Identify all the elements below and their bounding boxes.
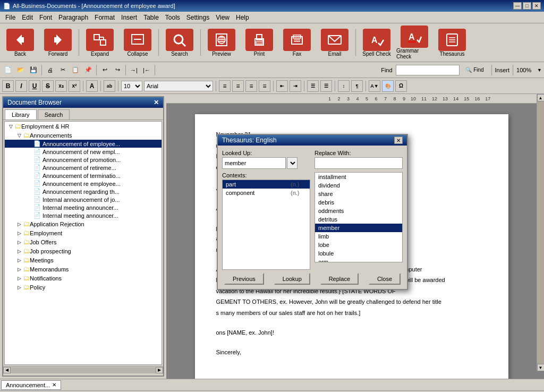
tree-scrollbar-horizontal[interactable]: ◀ ▶: [3, 366, 163, 373]
tree-folder-announcements[interactable]: ▽ 🗂 Announcements: [5, 131, 162, 140]
paste-button[interactable]: 📌: [82, 64, 94, 76]
replacement-member[interactable]: member: [315, 224, 402, 232]
align-right-button[interactable]: ≡: [245, 80, 257, 92]
replacements-listbox[interactable]: installment dividend share debris oddmen…: [314, 172, 403, 262]
find-button[interactable]: 🔍 Find: [462, 64, 488, 76]
save-button[interactable]: 💾: [28, 64, 39, 76]
superscript-button[interactable]: x²: [69, 80, 80, 92]
collapse-button[interactable]: Collapse: [120, 29, 156, 57]
scroll-track-v[interactable]: [537, 101, 545, 364]
menu-tools[interactable]: Tools: [162, 13, 183, 22]
insert-symbol-button[interactable]: Ω: [395, 80, 407, 92]
replace-with-input[interactable]: [314, 157, 403, 169]
new-button[interactable]: 📄: [2, 64, 14, 76]
contexts-listbox[interactable]: part (n.) component (n.): [222, 180, 310, 270]
menu-edit[interactable]: Edit: [19, 13, 36, 22]
maximize-button[interactable]: □: [523, 2, 531, 10]
menu-table[interactable]: Table: [140, 13, 162, 22]
open-button[interactable]: 📂: [15, 64, 27, 76]
outdent-button[interactable]: |←: [141, 64, 152, 76]
preview-button[interactable]: Preview: [203, 29, 240, 57]
bold-button[interactable]: B: [2, 80, 14, 92]
strikethrough-button[interactable]: S: [42, 80, 54, 92]
align-center-button[interactable]: ≡: [232, 80, 244, 92]
tree-toggle-root[interactable]: ▽: [7, 124, 14, 129]
bullet-list-button[interactable]: ☰: [307, 80, 319, 92]
numbered-list-button[interactable]: ☰: [320, 80, 332, 92]
menu-insert[interactable]: Insert: [118, 13, 140, 22]
looked-up-input[interactable]: [222, 157, 286, 169]
doc-browser-close-button[interactable]: ✕: [154, 99, 159, 106]
replacement-arm[interactable]: arm: [315, 258, 402, 262]
replacement-oddments[interactable]: oddments: [315, 207, 402, 215]
print-button[interactable]: Print: [241, 29, 277, 57]
tab-library[interactable]: Library: [5, 109, 37, 120]
tree-folder-notifications[interactable]: ▷ 🗂 Notifications: [5, 274, 162, 283]
context-component[interactable]: component (n.): [223, 189, 310, 197]
replacement-installment[interactable]: installment: [315, 173, 402, 181]
scroll-right-arrow[interactable]: ▶: [156, 367, 163, 373]
tab-close-icon[interactable]: ✕: [52, 382, 56, 388]
replacement-detritus[interactable]: detritus: [315, 215, 402, 224]
tree-doc-meeting-2[interactable]: 📄 Internal meeting announcer...: [5, 211, 162, 219]
zoom-dropdown-icon[interactable]: ▼: [537, 67, 542, 73]
lookup-button[interactable]: Lookup: [274, 273, 310, 285]
tree-doc-regarding[interactable]: 📄 Announcement regarding th...: [5, 188, 162, 195]
indent-button[interactable]: →|: [128, 64, 140, 76]
print-small-button[interactable]: 🖨: [44, 64, 56, 76]
replacement-share[interactable]: share: [315, 190, 402, 198]
line-spacing-button[interactable]: ↕: [338, 80, 350, 92]
font-size-select[interactable]: 101214: [121, 81, 142, 91]
undo-button[interactable]: ↩: [99, 64, 110, 76]
tree-doc-meeting-1[interactable]: 📄 Internal meeting announcer...: [5, 203, 162, 211]
align-justify-button[interactable]: ≡: [259, 80, 270, 92]
underline-button[interactable]: U: [29, 80, 40, 92]
tab-search[interactable]: Search: [38, 109, 70, 120]
scroll-left-arrow[interactable]: ◀: [3, 367, 11, 373]
redo-button[interactable]: ↪: [112, 64, 123, 76]
menu-view[interactable]: View: [212, 13, 233, 22]
replacement-debris[interactable]: debris: [315, 198, 402, 207]
tree-folder-policy[interactable]: ▷ 🗂 Policy: [5, 283, 162, 292]
tree-folder-job-offers[interactable]: ▷ 🗂 Job Offers: [5, 237, 162, 246]
italic-button[interactable]: I: [15, 80, 27, 92]
tree-doc-retirement[interactable]: 📄 Announcement of retireme...: [5, 164, 162, 172]
paragraph-button[interactable]: ¶: [351, 80, 363, 92]
tree-folder-memorandums[interactable]: ▷ 🗂 Memorandums: [5, 265, 162, 274]
search-button[interactable]: Search: [162, 29, 198, 57]
expand-button[interactable]: Expand: [82, 29, 118, 57]
minimize-button[interactable]: —: [513, 2, 522, 10]
back-button[interactable]: Back: [2, 29, 38, 57]
find-input[interactable]: [396, 65, 460, 75]
forward-button[interactable]: Forward: [40, 29, 76, 57]
increase-indent-button[interactable]: ⇥: [290, 80, 301, 92]
previous-button[interactable]: Previous: [224, 273, 264, 285]
copy-button[interactable]: 📋: [70, 64, 81, 76]
scroll-up-arrow[interactable]: ▲: [537, 94, 545, 101]
replacement-limb[interactable]: limb: [315, 232, 402, 241]
email-button[interactable]: Email: [317, 29, 353, 57]
close-dialog-button[interactable]: Close: [369, 273, 401, 285]
tree-folder-employment[interactable]: ▷ 🗂 Employment: [5, 228, 162, 237]
tree-root[interactable]: ▽ 🗂 Employment & HR: [5, 122, 162, 131]
vertical-scrollbar[interactable]: ▲ ▼: [537, 94, 544, 371]
window-controls[interactable]: — □ ✕: [513, 2, 541, 10]
font-color-button[interactable]: A: [86, 80, 98, 92]
looked-up-dropdown[interactable]: ▼: [287, 157, 298, 169]
context-part[interactable]: part (n.): [223, 180, 310, 189]
menu-help[interactable]: Help: [233, 13, 252, 22]
cut-button[interactable]: ✂: [57, 64, 69, 76]
menu-font[interactable]: Font: [36, 13, 55, 22]
tree-doc-re-employee[interactable]: 📄 Announcement re employee...: [5, 180, 162, 188]
tree-toggle-announcements[interactable]: ▽: [15, 133, 23, 138]
thesaurus-button[interactable]: Thesaurus: [434, 29, 470, 57]
tree-doc-promotion[interactable]: 📄 Announcement of promotion...: [5, 156, 162, 164]
tree-doc-announcement-employee[interactable]: 📄 Announcement of employee...: [5, 140, 162, 148]
color-palette-button[interactable]: 🎨: [382, 80, 394, 92]
decrease-indent-button[interactable]: ⇤: [276, 80, 288, 92]
replacement-dividend[interactable]: dividend: [315, 181, 402, 190]
tree-folder-job-prospecting[interactable]: ▷ 🗂 Job prospecting: [5, 246, 162, 255]
highlight-button[interactable]: ab: [104, 80, 115, 92]
spellcheck-button[interactable]: A Spell Check: [359, 29, 395, 57]
tree-doc-new-empl[interactable]: 📄 Announcement of new empl...: [5, 148, 162, 156]
